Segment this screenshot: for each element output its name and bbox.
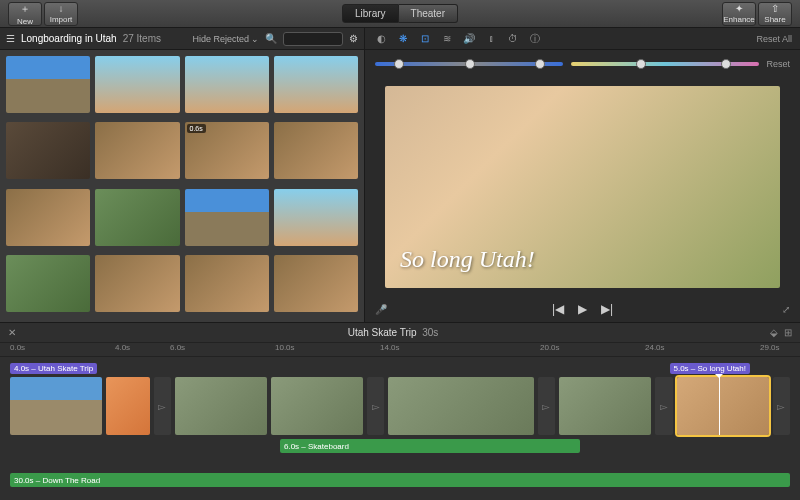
color-balance-icon[interactable]: ◐ (373, 31, 389, 47)
enhance-button[interactable]: ✦Enhance (722, 2, 756, 26)
tick: 24.0s (645, 343, 665, 352)
video-clip[interactable] (388, 377, 533, 435)
library-clip[interactable] (95, 189, 179, 246)
tick: 20.0s (540, 343, 560, 352)
video-clip[interactable] (559, 377, 651, 435)
share-button[interactable]: ⇧Share (758, 2, 792, 26)
video-clip[interactable] (106, 377, 150, 435)
video-clip[interactable] (175, 377, 267, 435)
tick: 10.0s (275, 343, 295, 352)
search-icon: 🔍 (265, 33, 277, 44)
play-button[interactable]: ▶ (578, 302, 587, 316)
preview-panel: ◐ ❋ ⊡ ≋ 🔊 ⫾ ⏱ ⓘ Reset All Reset So long … (365, 28, 800, 322)
project-title: Utah Skate Trip (348, 327, 417, 338)
import-button[interactable]: ↓Import (44, 2, 78, 26)
library-clip[interactable] (95, 56, 179, 113)
duration-badge: 0.6s (187, 124, 206, 133)
settings-icon[interactable]: ⊞ (784, 327, 792, 338)
project-duration: 30s (422, 327, 438, 338)
speed-icon[interactable]: ⏱ (505, 31, 521, 47)
library-clip[interactable] (274, 189, 358, 246)
library-clip[interactable] (185, 56, 269, 113)
library-clip[interactable] (274, 255, 358, 312)
tick: 29.0s (760, 343, 780, 352)
volume-icon[interactable]: 🔊 (461, 31, 477, 47)
library-grid: 0.6s (0, 50, 364, 322)
library-clip[interactable] (185, 189, 269, 246)
audio-clip[interactable]: 6.0s – Skateboard (280, 439, 580, 453)
playhead[interactable] (719, 377, 720, 435)
library-clip[interactable] (6, 56, 90, 113)
fullscreen-icon[interactable]: ⤢ (782, 304, 790, 315)
tick: 6.0s (170, 343, 185, 352)
transition[interactable]: ▻ (367, 377, 384, 435)
stabilize-icon[interactable]: ≋ (439, 31, 455, 47)
toolbar: ＋New ↓Import Library Theater ✦Enhance ⇧S… (0, 0, 800, 28)
library-clip[interactable] (274, 122, 358, 179)
library-clip[interactable] (6, 255, 90, 312)
crop-icon[interactable]: ⊡ (417, 31, 433, 47)
timeline-panel: ✕ Utah Skate Trip 30s ⬙⊞ 0.0s 4.0s 6.0s … (0, 322, 800, 500)
reset-all-button[interactable]: Reset All (756, 34, 792, 44)
filter-dropdown[interactable]: Hide Rejected ⌄ (192, 34, 259, 44)
video-clip[interactable] (10, 377, 102, 435)
music-clip[interactable]: 30.0s – Down The Road (10, 473, 790, 487)
tab-theater[interactable]: Theater (399, 4, 458, 23)
color-slider[interactable] (571, 62, 759, 66)
preview-frame[interactable]: So long Utah! (385, 86, 780, 288)
chevron-down-icon: ⌄ (251, 34, 259, 44)
music-track: 30.0s – Down The Road (10, 473, 790, 487)
transition[interactable]: ▻ (538, 377, 555, 435)
tab-library[interactable]: Library (342, 4, 399, 23)
prev-button[interactable]: |◀ (552, 302, 564, 316)
library-clip[interactable] (95, 255, 179, 312)
marker-icon[interactable]: ⬙ (770, 327, 778, 338)
noise-icon[interactable]: ⫾ (483, 31, 499, 47)
tick: 4.0s (115, 343, 130, 352)
close-icon[interactable]: ✕ (8, 327, 16, 338)
mic-icon[interactable]: 🎤 (375, 304, 387, 315)
video-clip-selected[interactable] (677, 377, 769, 435)
video-track: ▻ ▻ ▻ ▻ ▻ (10, 377, 790, 435)
library-clip[interactable] (6, 189, 90, 246)
next-button[interactable]: ▶| (601, 302, 613, 316)
library-clip[interactable] (95, 122, 179, 179)
library-count: 27 Items (123, 33, 161, 44)
library-clip[interactable] (274, 56, 358, 113)
video-clip[interactable] (271, 377, 363, 435)
preview-viewer: So long Utah! (365, 78, 800, 296)
info-icon[interactable]: ⓘ (527, 31, 543, 47)
exposure-slider[interactable] (375, 62, 563, 66)
library-clip[interactable] (6, 122, 90, 179)
title-clip[interactable]: 5.0s – So long Utah! (670, 363, 751, 374)
library-clip[interactable]: 0.6s (185, 122, 269, 179)
search-input[interactable] (283, 32, 343, 46)
library-toggle-icon[interactable]: ☰ (6, 33, 15, 44)
library-clip[interactable] (185, 255, 269, 312)
title-clip[interactable]: 4.0s – Utah Skate Trip (10, 363, 97, 374)
tick: 14.0s (380, 343, 400, 352)
reset-button[interactable]: Reset (767, 59, 791, 69)
library-panel: ☰ Longboarding in Utah 27 Items Hide Rej… (0, 28, 365, 322)
transition[interactable]: ▻ (655, 377, 672, 435)
tick: 0.0s (10, 343, 25, 352)
audio-track: 6.0s – Skateboard (10, 439, 790, 453)
color-correct-icon[interactable]: ❋ (395, 31, 411, 47)
settings-icon[interactable]: ⚙ (349, 33, 358, 44)
transition[interactable]: ▻ (154, 377, 171, 435)
new-button[interactable]: ＋New (8, 2, 42, 26)
preview-caption: So long Utah! (400, 246, 535, 273)
transition[interactable]: ▻ (773, 377, 790, 435)
library-title: Longboarding in Utah (21, 33, 117, 44)
timeline-ruler[interactable]: 0.0s 4.0s 6.0s 10.0s 14.0s 20.0s 24.0s 2… (0, 343, 800, 357)
